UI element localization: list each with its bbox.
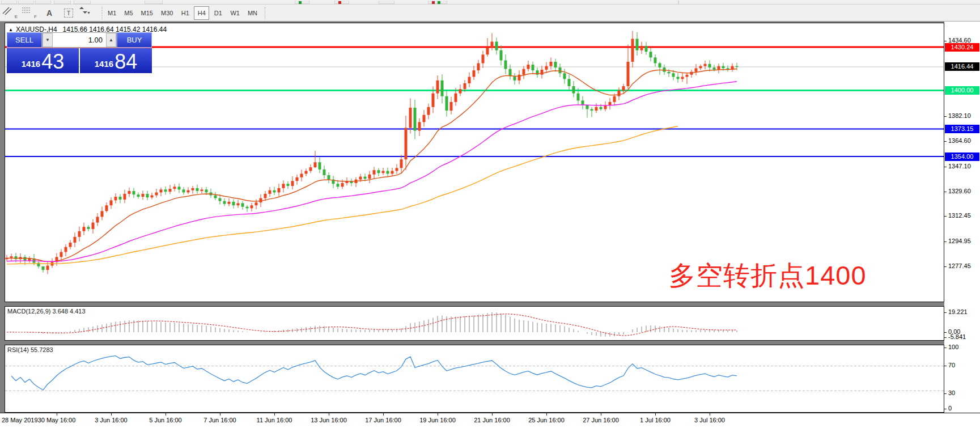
time-axis-tick — [438, 413, 438, 416]
axis-tick — [944, 167, 947, 167]
volume-input[interactable] — [53, 33, 106, 47]
price-axis-badge[interactable]: 1400.00 — [945, 86, 979, 95]
price-axis-label: 1329.60 — [948, 188, 971, 194]
text-label-glyph: T — [64, 9, 73, 18]
price-axis-badge[interactable]: 1354.00 — [945, 152, 979, 161]
buy-button[interactable]: BUY — [117, 32, 152, 48]
timeframe-button-w1[interactable]: W1 — [227, 6, 243, 20]
toolbar-fragment-icon — [338, 1, 341, 4]
axis-tick — [944, 312, 947, 313]
price-axis-label: 1347.10 — [948, 163, 971, 169]
sell-price-box[interactable]: 1416 43 — [7, 48, 79, 73]
volume-increase-button[interactable]: ▲ — [106, 33, 116, 47]
toolbar-fragment — [295, 1, 309, 4]
macd-axis-label: -5.841 — [948, 333, 966, 340]
axis-tick — [944, 393, 947, 394]
toolbar-fragment-icon — [299, 1, 302, 4]
time-axis-label: 7 Jun 16:00 — [203, 417, 236, 423]
time-axis-tick — [492, 413, 493, 416]
buy-price-small: 1416 — [95, 59, 113, 69]
axis-tick — [944, 141, 947, 142]
timeframes-group: M1M5M15M30H1H4D1W1MN — [104, 6, 261, 20]
sell-price-small: 1416 — [22, 59, 40, 69]
time-axis-tick — [710, 413, 710, 416]
toolbar-fragment — [54, 1, 71, 4]
axis-tick — [944, 409, 947, 409]
toolbar-separator — [265, 7, 265, 19]
arrows-button[interactable]: ▼ — [79, 6, 96, 20]
time-axis-label: 1 Jul 16:00 — [640, 417, 671, 423]
toolbar-fragment-icon — [438, 1, 440, 4]
price-axis-label: 1294.95 — [948, 238, 971, 244]
rsi-axis-label: 30 — [948, 389, 955, 396]
time-axis-label: 19 Jun 16:00 — [419, 417, 456, 423]
text-label-button[interactable]: T — [60, 6, 77, 20]
toolbar: EFAT▼ M1M5M15M30H1H4D1W1MN — [0, 5, 980, 22]
price-axis-label: 1312.45 — [948, 212, 971, 219]
timeframe-button-m15[interactable]: M15 — [138, 6, 156, 20]
axis-tick — [944, 116, 947, 117]
drawing-tools-group: EFAT▼ — [0, 6, 96, 20]
time-axis-label: 27 Jun 16:00 — [583, 417, 619, 423]
axis-tick — [944, 348, 947, 348]
time-axis-tick — [601, 413, 601, 416]
fibonacci-button[interactable]: F — [22, 6, 39, 20]
time-axis-label: 25 Jun 16:00 — [528, 417, 565, 423]
timeframe-button-m5[interactable]: M5 — [121, 6, 136, 20]
axis-tick — [944, 337, 947, 338]
time-axis-tick — [274, 413, 275, 416]
toolbar-fragment — [18, 1, 34, 4]
toolbar-fragment — [74, 1, 91, 4]
main-chart-panel: ▲ XAUUSD-,H4 1415.66 1416.64 1415.42 141… — [5, 23, 944, 302]
toolbar-fragment — [35, 1, 51, 4]
price-axis-label: 1277.45 — [948, 262, 971, 269]
timeframe-button-m1[interactable]: M1 — [104, 6, 120, 20]
equidistant-channel-button[interactable]: E — [2, 6, 19, 20]
top-toolbar-cutoff-strip — [0, 0, 980, 5]
rsi-line — [11, 356, 737, 390]
time-axis-tick — [57, 413, 57, 416]
timeframe-button-d1[interactable]: D1 — [210, 6, 226, 20]
dropdown-caret-icon[interactable]: ▼ — [87, 11, 91, 15]
time-axis-label: 3 Jul 16:00 — [694, 417, 725, 423]
price-axis-badge[interactable]: 1373.15 — [945, 125, 979, 133]
time-axis-label: 5 Jun 16:00 — [149, 417, 182, 423]
time-axis: 28 May 201930 May 16:003 Jun 16:005 Jun … — [0, 413, 980, 428]
timeframe-button-h1[interactable]: H1 — [177, 6, 193, 20]
axis-tick — [944, 216, 947, 217]
text-button[interactable]: A — [41, 6, 58, 20]
time-axis-label: 17 Jun 16:00 — [365, 417, 401, 423]
axis-tick — [944, 332, 947, 333]
rsi-chart — [5, 345, 944, 412]
time-axis-tick — [655, 413, 656, 416]
ma-fast-line — [7, 69, 737, 262]
rsi-axis-label: 70 — [948, 362, 955, 368]
toolbar-fragment — [379, 1, 394, 4]
toolbar-fragment — [1, 1, 17, 4]
rsi-label: RSI(14) 55.7283 — [7, 346, 53, 353]
price-axis-badge[interactable]: 1416.44 — [945, 62, 979, 71]
sell-button[interactable]: SELL — [7, 32, 42, 48]
rsi-axis-label: 0 — [948, 405, 952, 412]
macd-axis-label: 19.221 — [948, 308, 968, 315]
rsi-axis-label: 100 — [948, 344, 958, 350]
toolbar-fragment — [145, 1, 163, 4]
time-axis-label: 21 Jun 16:00 — [474, 417, 510, 423]
timeframe-button-m30[interactable]: M30 — [158, 6, 176, 20]
buy-price-box[interactable]: 1416 84 — [80, 48, 152, 73]
macd-label: MACD(12,26,9) 3.648 4.413 — [7, 308, 86, 315]
volume-decrease-button[interactable]: ▼ — [43, 33, 53, 47]
timeframe-button-h4[interactable]: H4 — [194, 6, 209, 20]
tool-letter: E — [15, 14, 18, 19]
one-click-trading-widget: SELL ▼ ▲ BUY 1416 43 1416 84 — [7, 32, 152, 73]
time-axis-tick — [111, 413, 112, 416]
time-axis-tick — [166, 413, 166, 416]
toolbar-fragment-icon — [432, 1, 435, 4]
time-axis-tick — [329, 413, 329, 416]
one-click-collapse-icon[interactable]: ▲ — [9, 27, 13, 32]
buy-price-big: 84 — [114, 53, 137, 71]
time-axis-label: 30 May 16:00 — [38, 417, 76, 423]
axis-tick — [944, 41, 947, 41]
price-axis-badge[interactable]: 1430.24 — [945, 43, 979, 52]
timeframe-button-mn[interactable]: MN — [244, 6, 261, 20]
